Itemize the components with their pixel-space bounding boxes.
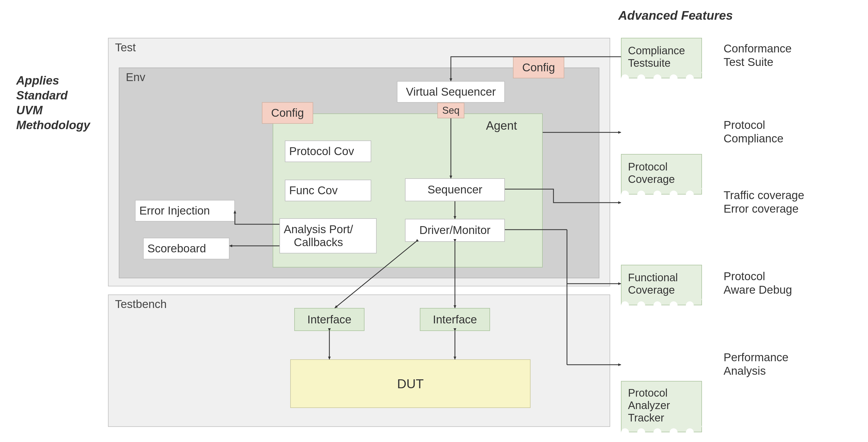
protocol-cov-box: Protocol Cov: [285, 141, 371, 162]
virtual-sequencer-box: Virtual Sequencer: [397, 81, 505, 103]
feature-desc-1: Protocol Compliance: [723, 118, 783, 146]
interface-2-box: Interface: [420, 308, 490, 331]
config-env-box: Config: [513, 57, 564, 78]
func-cov-box: Func Cov: [285, 180, 371, 201]
feature-note-0: Compliance Testsuite: [621, 38, 702, 78]
sequencer-box: Sequencer: [405, 178, 505, 201]
feature-desc-3: Protocol Aware Debug: [723, 270, 792, 297]
feature-note-1: Protocol Coverage: [621, 154, 702, 195]
driver-monitor-box: Driver/Monitor: [405, 219, 505, 242]
scoreboard-box: Scoreboard: [143, 238, 229, 259]
advanced-features-title: Advanced Features: [618, 8, 733, 23]
diagram-canvas: Applies Standard UVM Methodology Advance…: [0, 0, 868, 442]
dut-box: DUT: [290, 359, 530, 408]
test-title: Test: [108, 38, 610, 57]
seq-box: Seq: [437, 103, 464, 118]
feature-desc-4: Performance Analysis: [723, 351, 788, 378]
feature-desc-0: Conformance Test Suite: [723, 42, 792, 69]
analysis-port-box: Analysis Port/ Callbacks: [279, 218, 377, 254]
feature-note-3: Protocol Analyzer Tracker: [621, 381, 702, 432]
config-agent-box: Config: [262, 102, 313, 124]
error-injection-box: Error Injection: [135, 200, 235, 222]
left-caption: Applies Standard UVM Methodology: [16, 73, 102, 132]
feature-note-2: Functional Coverage: [621, 265, 702, 305]
interface-1-box: Interface: [294, 308, 365, 331]
agent-title: Agent: [486, 119, 517, 132]
feature-desc-2: Traffic coverage Error coverage: [723, 188, 804, 216]
